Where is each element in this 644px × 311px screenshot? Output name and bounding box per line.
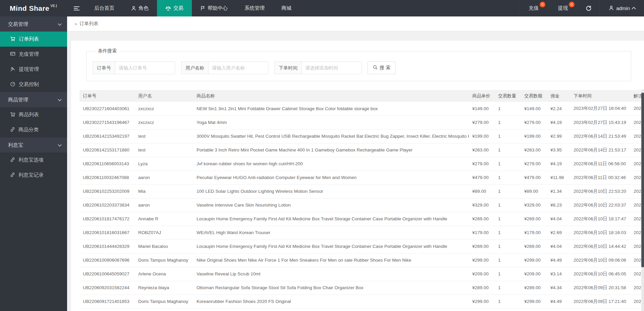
nav-item-help[interactable]: 帮助中心 [192, 0, 236, 16]
search-button[interactable]: 搜 索 [368, 61, 395, 74]
cell-product-name: Vaseline Intensive Care Skin Nourishing … [193, 198, 469, 212]
table-row: UB2206091721401853 Doris Tampus Maghanoy… [79, 295, 644, 308]
cell-commission: ¥4.19 [547, 157, 570, 171]
order-no-label: 订单号 [93, 61, 115, 74]
sidebar-item-recharge-mgmt[interactable]: 充值管理 [0, 47, 67, 62]
cell-order-no: UB2206092031582244 [79, 281, 135, 295]
sidebar-item-order-list[interactable]: 订单列表 [0, 32, 67, 47]
cell-amount: ¥123.00 [521, 308, 547, 311]
cell-order-no: UB2206091534123142 [79, 308, 135, 311]
order-time-input[interactable] [302, 61, 362, 74]
sidebar-group-interest[interactable]: 利息宝 [0, 137, 67, 152]
cell-product-name: Multifunctional Desktop Storage Box Wood… [193, 308, 469, 311]
topbar-actions: 充值 0 提现 0 admin [519, 0, 644, 16]
cell-order-no: UB2206142153171880 [79, 143, 135, 157]
col-order-time: 下单时间 [570, 90, 630, 102]
cell-username: test [135, 129, 193, 143]
cell-order-time: 2022年06月09日 20:31:58 [570, 281, 630, 295]
sidebar-item-withdraw-mgmt[interactable]: 提现管理 [0, 62, 67, 77]
cell-amount: ¥279.00 [521, 157, 547, 171]
nav-item-mall[interactable]: 商城 [273, 0, 300, 16]
cell-unit-price: ¥199.00 [469, 129, 495, 143]
cell-order-time: 2022年06月10日 22:03:37 [570, 198, 630, 212]
cell-order-no: UB2206101444428329 [79, 239, 135, 253]
user-menu[interactable]: admin [600, 0, 644, 16]
cell-order-no: UB2206100645059027 [79, 267, 135, 281]
cell-amount: ¥299.00 [521, 253, 547, 267]
recharge-button[interactable]: 充值 0 [519, 0, 548, 16]
cell-order-no: UB2206102203373834 [79, 198, 135, 212]
sidebar-group-trade[interactable]: 交易管理 [0, 16, 67, 32]
cell-quantity: 1 [495, 116, 521, 129]
cell-quantity: 1 [495, 171, 521, 184]
cell-order-time: 2023年02月27日 16:04:40 [570, 102, 630, 116]
user-icon [609, 5, 614, 11]
cell-quantity: 1 [495, 267, 521, 281]
nav-item-roles[interactable]: 角色 [123, 0, 157, 16]
menu-toggle-icon[interactable] [67, 0, 86, 16]
sidebar-item-goods-category[interactable]: 商品分类 [0, 122, 67, 137]
sidebar-item-trade-control[interactable]: 交易控制 [0, 77, 67, 92]
recharge-badge: 0 [540, 2, 545, 7]
cell-quantity: 1 [495, 184, 521, 198]
cell-product-name: Nike Original Shoes Men Nike Air Force 1… [193, 253, 469, 267]
cell-username: Lyza [135, 157, 193, 171]
search-legend: 条件搜索 [95, 48, 119, 54]
order-time-group: 下单时间 [274, 61, 362, 74]
sidebar-group-goods[interactable]: 商品管理 [0, 92, 67, 107]
scrollbar-thumb[interactable] [641, 93, 644, 267]
cell-username: Doris Tampus Maghanoy [135, 253, 193, 267]
table-row: UB2206100645059027 Arlene Ocena Vaseline… [79, 267, 644, 281]
cell-commission: ¥4.04 [547, 239, 570, 253]
cell-order-time: 2022年06月09日 17:21:40 [570, 295, 630, 308]
search-form: 条件搜索 订单号 用户名称 下单时间 [86, 48, 631, 81]
cell-amount: ¥269.00 [521, 239, 547, 253]
nav-item-trade[interactable]: 交易 [157, 0, 192, 16]
cell-order-no: UB2302271604403061 [79, 102, 135, 116]
cell-order-time: 2022年06月14日 21:53:49 [570, 129, 630, 143]
col-product-name: 商品名称 [193, 90, 469, 102]
sidebar-item-interest-options[interactable]: 利息宝选项 [0, 152, 67, 168]
cell-unit-price: ¥479.00 [469, 171, 495, 184]
cell-amount: ¥209.00 [521, 267, 547, 281]
cell-product-name: Peculiar Eyewear HUGO Anti-radiation Com… [193, 171, 469, 184]
cell-unit-price: ¥269.00 [469, 239, 495, 253]
refresh-icon[interactable] [577, 0, 600, 16]
brand-name: Mind Share [10, 4, 49, 12]
cell-commission: ¥2.99 [547, 129, 570, 143]
gavel-icon [10, 66, 15, 73]
cell-commission: ¥4.49 [547, 253, 570, 267]
cell-order-time: 2022年06月10日 18:16:03 [570, 226, 630, 239]
cell-quantity: 1 [495, 226, 521, 239]
cell-order-time: 2022年06月11日 06:56:00 [570, 157, 630, 171]
sidebar-item-goods-list[interactable]: 商品列表 [0, 107, 67, 122]
cell-order-time: 2022年06月10日 18:17:47 [570, 212, 630, 226]
username-input[interactable] [209, 61, 268, 74]
cell-quantity: 1 [495, 239, 521, 253]
table-row: UB2206101444428329 Mariel Bacalso Locaup… [79, 239, 644, 253]
cell-unit-price: ¥269.00 [469, 212, 495, 226]
cell-order-time: 2022年06月14日 21:53:17 [570, 143, 630, 157]
cell-username: zxczxcz [135, 102, 193, 116]
cell-order-time: 2022年06月09日 15:34:12 [570, 308, 630, 311]
cell-product-name: Koreanrubber Fashion Shoes 2020 FS Origi… [193, 295, 469, 308]
cell-amount: ¥179.00 [521, 226, 547, 239]
nav-item-system[interactable]: 系统管理 [236, 0, 273, 16]
cell-order-no: UB2206110032467088 [79, 171, 135, 184]
sidebar-item-interest-records[interactable]: 利息宝记录 [0, 168, 67, 183]
withdraw-button[interactable]: 提现 0 [548, 0, 577, 16]
cell-unit-price: ¥179.00 [469, 226, 495, 239]
cell-username: Arlene Ocena [135, 267, 193, 281]
vertical-scrollbar[interactable] [641, 89, 644, 311]
table-row: UB2206091534123142 Annabe R Multifunctio… [79, 308, 644, 311]
link-icon [10, 172, 15, 178]
table-row: UB2206142153492197 test 3000V Mosquito S… [79, 129, 644, 143]
nav-item-dashboard[interactable]: 后台首页 [86, 0, 123, 16]
cell-quantity: 1 [495, 308, 521, 311]
col-commission: 佣金 [547, 90, 570, 102]
cell-username: ROBZ07AJ [135, 226, 193, 239]
cell-product-name: Locaupin Home Emergency Family First Aid… [193, 212, 469, 226]
order-no-input[interactable] [115, 61, 175, 74]
cell-amount: ¥149.00 [521, 102, 547, 116]
cell-order-no: UB2206102253202009 [79, 184, 135, 198]
